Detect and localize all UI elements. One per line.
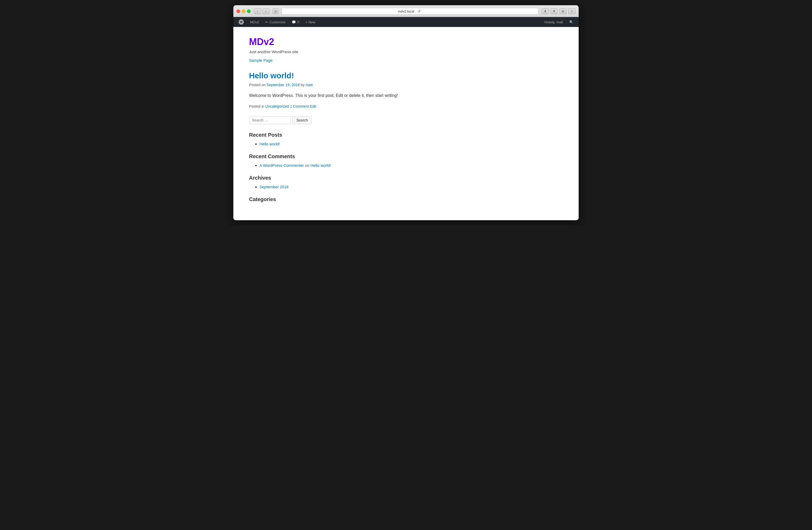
- by-label: by: [301, 83, 306, 87]
- post-author-link[interactable]: matt: [306, 83, 313, 87]
- admin-bar-comments[interactable]: 💬 0: [289, 17, 302, 27]
- search-input[interactable]: [249, 116, 291, 124]
- recent-posts-widget: Recent Posts Hello world!: [249, 132, 563, 146]
- toolbar-right: ⬇ ⬆ ⊟ +: [541, 9, 576, 14]
- customize-icon: ✏: [265, 20, 268, 24]
- archives-widget: Archives September 2018: [249, 175, 563, 189]
- wp-admin-bar: W MDv2 ✏ Customize 💬 0 + New Howdy, matt…: [233, 17, 579, 27]
- url-text: mdv2.local: [398, 10, 414, 13]
- admin-bar-search[interactable]: 🔍: [567, 17, 576, 27]
- posted-in-label: Posted in: [249, 104, 264, 108]
- admin-bar-new[interactable]: + New: [303, 17, 318, 27]
- archives-title: Archives: [249, 175, 563, 181]
- post-date-link[interactable]: September 19, 2018: [266, 83, 300, 87]
- site-content: MDv2 Just another WordPress site Sample …: [233, 27, 579, 220]
- comments-count: 0: [297, 20, 299, 24]
- categories-title: Categories: [249, 196, 563, 203]
- list-item: A WordPress Commenter on Hello world!: [260, 163, 563, 168]
- wp-logo-item[interactable]: W: [236, 17, 246, 27]
- on-text: on: [305, 163, 310, 168]
- post-footer: Posted in Uncategorized 1 Comment Edit: [249, 104, 563, 108]
- new-tab-button[interactable]: +: [568, 9, 576, 14]
- archive-link[interactable]: September 2018: [260, 185, 289, 189]
- post-comment-count[interactable]: 1 Comment: [290, 104, 309, 108]
- post: Hello world! Posted on September 19, 201…: [249, 71, 563, 108]
- recent-posts-list: Hello world!: [249, 142, 563, 146]
- post-category-link[interactable]: Uncategorized: [265, 104, 289, 108]
- close-button[interactable]: [236, 10, 240, 13]
- comment-bubble-icon: 💬: [292, 20, 296, 24]
- admin-bar-left: W MDv2 ✏ Customize 💬 0 + New: [236, 17, 318, 27]
- reload-button[interactable]: ↺: [416, 9, 422, 14]
- post-content: Welcome to WordPress. This is your first…: [249, 92, 563, 99]
- post-title-link[interactable]: Hello world!: [249, 71, 294, 80]
- categories-widget: Categories: [249, 196, 563, 203]
- browser-window: ‹ › ⊡ mdv2.local ↺ ⬇ ⬆ ⊟ + W MDv2 ✏ Cust…: [233, 5, 579, 220]
- recent-comments-list: A WordPress Commenter on Hello world!: [249, 163, 563, 168]
- recent-comments-widget: Recent Comments A WordPress Commenter on…: [249, 153, 563, 168]
- admin-bar-right: Howdy, matt 🔍: [542, 17, 576, 27]
- list-item: Hello world!: [260, 142, 563, 146]
- search-widget: Search: [249, 116, 563, 124]
- nav-buttons: ‹ ›: [254, 9, 270, 14]
- comment-post-link[interactable]: Hello world!: [310, 163, 331, 168]
- forward-button[interactable]: ›: [262, 9, 270, 14]
- browser-titlebar: ‹ › ⊡ mdv2.local ↺ ⬇ ⬆ ⊟ +: [233, 5, 579, 17]
- search-button[interactable]: Search: [292, 116, 312, 124]
- commenter-link[interactable]: A WordPress Commenter: [260, 163, 304, 168]
- list-item: September 2018: [260, 185, 563, 189]
- nav-sample-page[interactable]: Sample Page: [249, 58, 273, 62]
- traffic-lights: [236, 10, 251, 13]
- site-title[interactable]: MDv2: [249, 37, 274, 47]
- recent-comments-title: Recent Comments: [249, 153, 563, 159]
- archives-list: September 2018: [249, 185, 563, 189]
- recent-posts-title: Recent Posts: [249, 132, 563, 138]
- post-meta: Posted on September 19, 2018 by matt: [249, 83, 563, 87]
- posted-on-label: Posted on: [249, 83, 265, 87]
- wp-logo-icon: W: [238, 19, 244, 25]
- recent-post-link[interactable]: Hello world!: [260, 142, 280, 146]
- customize-label: Customize: [270, 20, 286, 24]
- download-button[interactable]: ⬇: [541, 9, 549, 14]
- address-bar[interactable]: mdv2.local ↺: [281, 8, 538, 15]
- share-button[interactable]: ⬆: [550, 9, 558, 14]
- post-edit-link[interactable]: Edit: [310, 104, 316, 108]
- admin-bar-customize[interactable]: ✏ Customize: [263, 17, 288, 27]
- site-tagline: Just another WordPress site: [249, 50, 563, 54]
- post-title: Hello world!: [249, 71, 563, 80]
- site-nav: Sample Page: [249, 58, 563, 65]
- back-button[interactable]: ‹: [254, 9, 261, 14]
- sidebar-button[interactable]: ⊟: [559, 9, 567, 14]
- admin-bar-site-name[interactable]: MDv2: [247, 17, 262, 27]
- window-mode-button[interactable]: ⊡: [273, 9, 278, 14]
- admin-bar-howdy[interactable]: Howdy, matt: [542, 17, 566, 27]
- maximize-button[interactable]: [247, 10, 251, 13]
- minimize-button[interactable]: [242, 10, 245, 13]
